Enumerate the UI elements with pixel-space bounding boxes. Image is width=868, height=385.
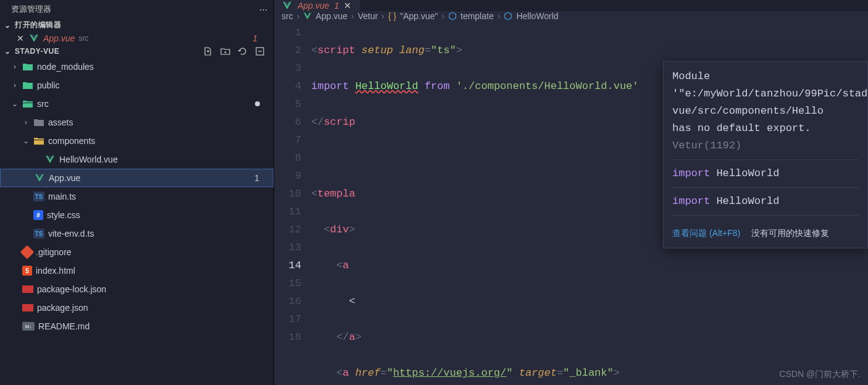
tree-appvue[interactable]: ›App.vue1 (0, 169, 273, 187)
separator (672, 215, 859, 216)
error-message: has no default export. Vetur(1192) (672, 120, 859, 154)
tree-label: components (48, 136, 95, 146)
tree-stylecss[interactable]: ›#style.css (0, 206, 273, 224)
tree-node-modules[interactable]: ›node_modules (0, 57, 273, 76)
explorer-title: 资源管理器 (11, 4, 51, 15)
tree-label: README.md (38, 321, 90, 331)
breadcrumb-seg[interactable]: { }"App.vue" (388, 11, 438, 21)
tree-indexhtml[interactable]: ›5index.html (0, 261, 273, 280)
tree-label: index.html (36, 266, 75, 276)
chevron-right-icon: › (22, 118, 30, 127)
project-actions (203, 46, 271, 56)
tree-readme[interactable]: ›M↓README.md (0, 317, 273, 336)
new-folder-icon[interactable] (220, 46, 230, 56)
tree-label: style.css (47, 210, 80, 220)
tree-label: main.ts (48, 192, 76, 201)
chevron-right-icon: › (498, 11, 501, 21)
folder-icon (22, 61, 33, 72)
vue-icon (34, 172, 45, 184)
tree-pkglock[interactable]: ›package-lock.json (0, 280, 273, 298)
chevron-right-icon: › (441, 11, 444, 21)
open-editors-header[interactable]: ⌄ 打开的编辑器 (0, 19, 273, 32)
more-icon[interactable]: ⋯ (259, 5, 267, 14)
chevron-down-icon: ⌄ (11, 99, 19, 108)
vue-icon (44, 154, 56, 165)
markdown-icon: M↓ (22, 322, 35, 331)
open-editor-badge: 1 (252, 33, 271, 43)
project-name: STADY-VUE (15, 47, 59, 56)
file-tree: ›node_modules ›public ⌄src ›assets ⌄comp… (0, 57, 273, 336)
tree-components[interactable]: ⌄components (0, 132, 273, 150)
tab-filename: App.vue (298, 1, 329, 11)
npm-icon (22, 304, 33, 311)
explorer-header: 资源管理器 ⋯ (0, 0, 273, 19)
tree-assets[interactable]: ›assets (0, 113, 273, 132)
tree-label: vite-env.d.ts (48, 229, 94, 239)
error-message: Module '"e:/myWorld/tanzhou/99Pic/stady-… (672, 68, 859, 120)
editor-pane: App.vue 1 ✕ src › App.vue › Vetur › { }"… (274, 0, 868, 385)
chevron-right-icon: › (297, 11, 300, 21)
separator (672, 159, 859, 160)
chevron-down-icon: ⌄ (2, 47, 12, 56)
tree-label: assets (48, 117, 73, 127)
folder-icon (33, 135, 44, 146)
chevron-right-icon: › (11, 62, 19, 71)
tree-src[interactable]: ⌄src (0, 95, 273, 113)
project-header[interactable]: ⌄ STADY-VUE (0, 45, 273, 57)
folder-icon (33, 117, 44, 128)
close-icon[interactable]: ✕ (344, 1, 353, 11)
braces-icon: { } (388, 11, 396, 21)
tree-label: HelloWorld.vue (59, 154, 118, 164)
tab-badge: 1 (334, 1, 339, 11)
refresh-icon[interactable] (238, 46, 248, 56)
new-file-icon[interactable] (203, 46, 213, 56)
code-editor[interactable]: 123456789101112131415161718 <script setu… (274, 21, 868, 385)
problem-badge: 1 (254, 173, 259, 183)
line-numbers: 123456789101112131415161718 (274, 21, 311, 385)
vue-icon (282, 0, 293, 11)
open-editor-dir: src (78, 34, 88, 43)
breadcrumb-seg[interactable]: template (448, 11, 494, 21)
collapse-icon[interactable] (255, 46, 265, 56)
chevron-down-icon: ⌄ (2, 21, 12, 30)
tree-helloworld[interactable]: ›HelloWorld.vue (0, 150, 273, 169)
chevron-right-icon: › (351, 11, 354, 21)
breadcrumb-seg[interactable]: HelloWorld (504, 11, 558, 21)
tree-viteenv[interactable]: ›TSvite-env.d.ts (0, 224, 273, 243)
folder-icon (22, 98, 33, 109)
tree-gitignore[interactable]: ›.gitignore (0, 243, 273, 261)
symbol-icon (504, 12, 512, 20)
git-icon (20, 245, 35, 260)
chevron-down-icon: ⌄ (22, 137, 30, 145)
separator (672, 187, 859, 188)
open-editors-label: 打开的编辑器 (15, 20, 61, 30)
tab-appvue[interactable]: App.vue 1 ✕ (274, 0, 361, 11)
tree-maints[interactable]: ›TSmain.ts (0, 187, 273, 206)
breadcrumb-seg[interactable]: App.vue (303, 11, 347, 21)
tree-label: App.vue (49, 173, 80, 183)
no-quickfix-label: 没有可用的快速修复 (751, 224, 829, 242)
tree-pkg[interactable]: ›package.json (0, 298, 273, 317)
typescript-icon: TS (33, 229, 44, 239)
vue-icon (303, 12, 312, 20)
suggestion-item[interactable]: import HelloWorld (672, 193, 859, 210)
suggestion-item[interactable]: import HelloWorld (672, 165, 859, 182)
symbol-icon (448, 12, 457, 20)
open-editor-item[interactable]: ✕ App.vue src 1 (0, 32, 273, 45)
npm-icon (22, 286, 33, 293)
watermark: CSDN @门前大桥下. (779, 369, 861, 380)
typescript-icon: TS (33, 192, 44, 201)
tree-public[interactable]: ›public (0, 76, 273, 95)
breadcrumb-seg[interactable]: Vetur (357, 11, 378, 21)
chevron-right-icon: › (382, 11, 385, 21)
editor-tabs: App.vue 1 ✕ (274, 0, 868, 11)
breadcrumb[interactable]: src › App.vue › Vetur › { }"App.vue" › t… (274, 11, 868, 21)
hover-error-popup: Module '"e:/myWorld/tanzhou/99Pic/stady-… (663, 61, 868, 248)
css-icon: # (33, 210, 43, 220)
close-icon[interactable]: ✕ (16, 33, 25, 43)
view-problem-link[interactable]: 查看问题 (Alt+F8) (672, 224, 740, 242)
folder-icon (22, 80, 33, 91)
breadcrumb-seg[interactable]: src (282, 11, 293, 21)
explorer-sidebar: 资源管理器 ⋯ ⌄ 打开的编辑器 ✕ App.vue src 1 ⌄ STADY… (0, 0, 274, 385)
html-icon: 5 (22, 266, 32, 276)
